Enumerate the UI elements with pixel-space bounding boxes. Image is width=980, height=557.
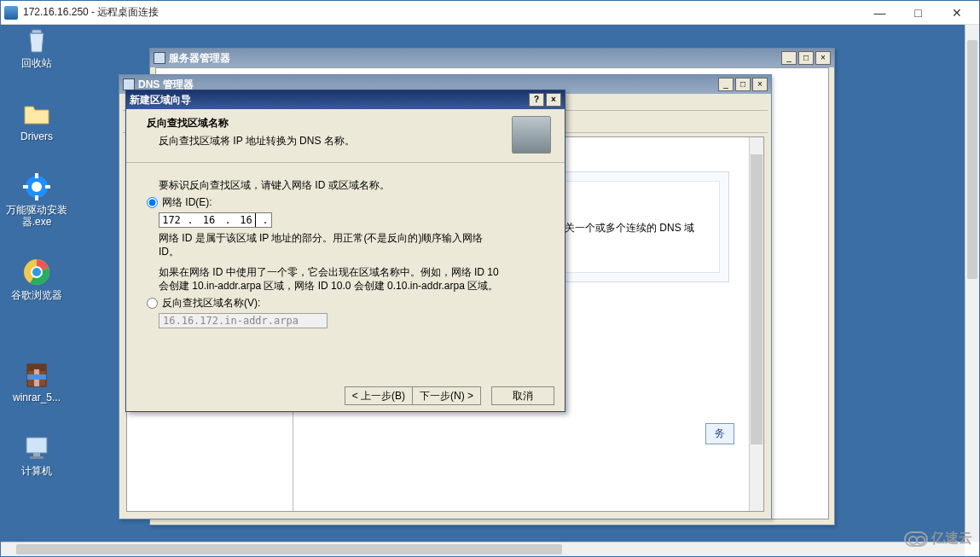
server-manager-icon [154, 52, 165, 64]
recycle-bin-icon [21, 25, 52, 55]
watermark: 亿速云 [904, 530, 972, 548]
zone-name-label: 反向查找区域名称(V): [162, 296, 260, 310]
svg-rect-15 [30, 456, 43, 459]
dns-manager-maximize-button[interactable]: □ [735, 78, 751, 91]
zone-name-radio[interactable] [147, 298, 158, 309]
wizard-next-button[interactable]: 下一步(N) > [412, 386, 481, 405]
folder-icon [21, 98, 52, 129]
desktop-icon-label: 谷歌浏览器 [6, 289, 67, 301]
gear-icon [21, 171, 52, 202]
network-id-option-row: 网络 ID(E): [147, 195, 541, 209]
wizard-help-text-1: 网络 ID 是属于该区域 IP 地址的部分。用正常(不是反向的)顺序输入网络 I… [159, 231, 500, 258]
computer-icon [21, 432, 52, 463]
wizard-help-text-2: 如果在网络 ID 中使用了一个零，它会出现在区域名称中。例如，网络 ID 10 … [159, 265, 500, 293]
zone-name-input: 16.16.172.in-addr.arpa [159, 313, 328, 328]
ip-octet-1[interactable]: 172 [162, 213, 181, 227]
desktop-icon-chrome[interactable]: 谷歌浏览器 [6, 257, 67, 301]
svg-point-1 [32, 182, 42, 192]
desktop-icon-label: 回收站 [6, 57, 67, 69]
network-id-input[interactable]: 172. 16. 16. [159, 212, 272, 228]
desktop-icon-drivers[interactable]: Drivers [6, 98, 67, 142]
desktop-icon-computer[interactable]: 计算机 [6, 432, 67, 477]
wizard-back-button[interactable]: < 上一步(B) [345, 386, 413, 405]
svg-rect-2 [35, 173, 38, 178]
zone-name-value: 16.16.172.in-addr.arpa [163, 314, 299, 328]
wizard-footer: < 上一步(B) 下一步(N) > 取消 [126, 380, 565, 411]
dns-manager-icon [123, 78, 135, 90]
zone-name-option-row: 反向查找区域名称(V): [147, 296, 541, 310]
server-manager-minimize-button[interactable]: _ [781, 51, 797, 65]
wizard-body: 要标识反向查找区域，请键入网络 ID 或区域名称。 网络 ID(E): 172.… [126, 163, 565, 340]
desktop-icon-driver-exe[interactable]: 万能驱动安装器.exe [6, 171, 67, 228]
chrome-icon [21, 257, 52, 287]
rdp-titlebar[interactable]: 172.16.16.250 - 远程桌面连接 — □ ✕ [1, 1, 979, 25]
desktop-icon-label: Drivers [6, 131, 67, 142]
rdp-window: 172.16.16.250 - 远程桌面连接 — □ ✕ 回收站 Drivers… [0, 0, 980, 557]
svg-rect-3 [35, 195, 38, 200]
dns-main-scrollbar[interactable] [749, 137, 763, 511]
svg-rect-12 [27, 374, 46, 380]
wizard-title: 新建区域向导 [130, 93, 529, 107]
rdp-horizontal-scrollbar[interactable] [1, 542, 965, 556]
ip-octet-2[interactable]: 16 [200, 213, 218, 227]
dns-service-button[interactable]: 务 [705, 423, 734, 444]
desktop-icon-label: 万能驱动安装器.exe [6, 204, 67, 228]
dns-manager-minimize-button[interactable]: _ [718, 78, 734, 91]
rdp-close-button[interactable]: ✕ [937, 3, 976, 22]
desktop-icon-recycle-bin[interactable]: 回收站 [6, 25, 67, 69]
rdp-vertical-scrollbar[interactable] [965, 25, 979, 542]
watermark-text: 亿速云 [931, 530, 972, 548]
wizard-cancel-button[interactable]: 取消 [491, 386, 554, 405]
svg-point-8 [32, 268, 41, 276]
wizard-close-button[interactable]: × [546, 93, 561, 107]
network-id-label: 网络 ID(E): [162, 195, 212, 209]
rdp-title: 172.16.16.250 - 远程桌面连接 [23, 5, 861, 20]
wizard-header: 反向查找区域名称 反向查找区域将 IP 地址转换为 DNS 名称。 [126, 109, 565, 163]
svg-rect-5 [45, 185, 50, 189]
network-id-radio[interactable] [147, 197, 158, 208]
server-manager-title: 服务器管理器 [169, 51, 781, 66]
rdp-minimize-button[interactable]: — [861, 3, 899, 22]
desktop-icon-winrar[interactable]: winrar_5... [6, 359, 67, 403]
svg-rect-4 [23, 185, 28, 189]
svg-rect-14 [33, 453, 40, 456]
rdp-maximize-button[interactable]: □ [899, 3, 937, 22]
new-zone-wizard-dialog: 新建区域向导 ? × 反向查找区域名称 反向查找区域将 IP 地址转换为 DNS… [125, 90, 565, 412]
svg-rect-13 [26, 438, 47, 453]
wizard-header-subtitle: 反向查找区域将 IP 地址转换为 DNS 名称。 [147, 134, 512, 148]
scroll-thumb[interactable] [16, 544, 562, 554]
dns-manager-close-button[interactable]: × [752, 78, 768, 91]
server-manager-titlebar[interactable]: 服务器管理器 _ □ × [150, 49, 834, 67]
watermark-icon [904, 531, 928, 547]
wizard-titlebar[interactable]: 新建区域向导 ? × [126, 90, 565, 109]
desktop-icon-label: winrar_5... [6, 392, 67, 403]
desktop-icon-label: 计算机 [6, 465, 67, 477]
remote-desktop: 回收站 Drivers 万能驱动安装器.exe 谷歌浏览器 winrar_5.. [1, 25, 965, 542]
server-manager-close-button[interactable]: × [815, 51, 831, 65]
wizard-header-image [512, 116, 551, 154]
ip-octet-3[interactable]: 16 [237, 213, 256, 227]
wizard-help-button[interactable]: ? [529, 93, 544, 107]
winrar-icon [21, 359, 52, 390]
scroll-thumb[interactable] [967, 40, 977, 279]
server-manager-maximize-button[interactable]: □ [798, 51, 814, 65]
wizard-intro-text: 要标识反向查找区域，请键入网络 ID 或区域名称。 [159, 178, 541, 192]
rdp-icon [4, 6, 18, 20]
wizard-header-title: 反向查找区域名称 [147, 116, 512, 131]
